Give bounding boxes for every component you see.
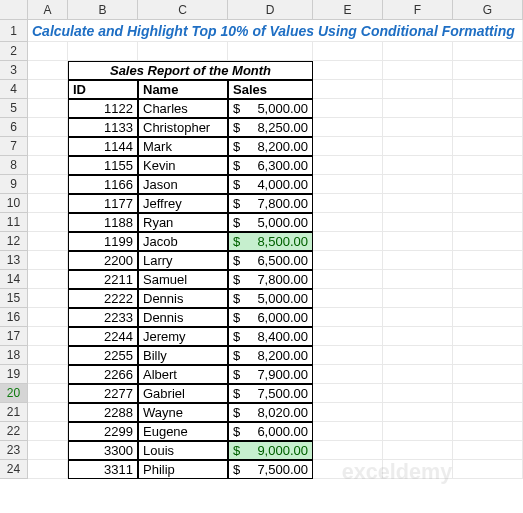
cell[interactable] — [313, 99, 383, 118]
cell[interactable] — [383, 232, 453, 251]
cell-id[interactable]: 1199 — [68, 232, 138, 251]
cell-name[interactable]: Larry — [138, 251, 228, 270]
cell[interactable] — [68, 42, 138, 61]
row-header-13[interactable]: 13 — [0, 251, 28, 270]
cell-sales[interactable]: $6,500.00 — [228, 251, 313, 270]
cell-name[interactable]: Wayne — [138, 403, 228, 422]
cell[interactable] — [383, 118, 453, 137]
cell[interactable] — [313, 118, 383, 137]
row-header-1[interactable]: 1 — [0, 20, 28, 42]
header-name[interactable]: Name — [138, 80, 228, 99]
cell[interactable] — [453, 403, 523, 422]
cell[interactable] — [28, 251, 68, 270]
cell[interactable] — [383, 365, 453, 384]
page-title[interactable]: Calculate and Highlight Top 10% of Value… — [28, 20, 523, 42]
cell-name[interactable]: Jason — [138, 175, 228, 194]
cell[interactable] — [383, 42, 453, 61]
cell[interactable] — [28, 460, 68, 479]
cell[interactable] — [383, 384, 453, 403]
cell-name[interactable]: Jacob — [138, 232, 228, 251]
row-header-6[interactable]: 6 — [0, 118, 28, 137]
cell[interactable] — [383, 422, 453, 441]
cell[interactable] — [313, 289, 383, 308]
col-header-F[interactable]: F — [383, 0, 453, 20]
cell-id[interactable]: 1166 — [68, 175, 138, 194]
cell[interactable] — [313, 156, 383, 175]
cell-name[interactable]: Albert — [138, 365, 228, 384]
cell[interactable] — [453, 327, 523, 346]
cell-sales[interactable]: $4,000.00 — [228, 175, 313, 194]
cell[interactable] — [28, 80, 68, 99]
cell[interactable] — [313, 384, 383, 403]
cell-name[interactable]: Samuel — [138, 270, 228, 289]
cell[interactable] — [28, 232, 68, 251]
cell[interactable] — [453, 365, 523, 384]
cell[interactable] — [28, 327, 68, 346]
cell-sales[interactable]: $8,400.00 — [228, 327, 313, 346]
cell-id[interactable]: 2222 — [68, 289, 138, 308]
row-header-15[interactable]: 15 — [0, 289, 28, 308]
cell[interactable] — [138, 42, 228, 61]
cell[interactable] — [453, 99, 523, 118]
cell[interactable] — [383, 403, 453, 422]
cell-sales[interactable]: $8,200.00 — [228, 137, 313, 156]
cell[interactable] — [28, 441, 68, 460]
cell[interactable] — [28, 365, 68, 384]
col-header-B[interactable]: B — [68, 0, 138, 20]
cell-name[interactable]: Dennis — [138, 308, 228, 327]
cell-name[interactable]: Charles — [138, 99, 228, 118]
cell[interactable] — [313, 213, 383, 232]
cell[interactable] — [313, 308, 383, 327]
col-header-C[interactable]: C — [138, 0, 228, 20]
cell-id[interactable]: 1133 — [68, 118, 138, 137]
cell[interactable] — [383, 270, 453, 289]
row-header-17[interactable]: 17 — [0, 327, 28, 346]
cell[interactable] — [383, 213, 453, 232]
cell[interactable] — [313, 403, 383, 422]
cell[interactable] — [383, 289, 453, 308]
cell[interactable] — [383, 441, 453, 460]
cell-id[interactable]: 2244 — [68, 327, 138, 346]
row-header-16[interactable]: 16 — [0, 308, 28, 327]
cell[interactable] — [28, 308, 68, 327]
cell[interactable] — [453, 384, 523, 403]
cell[interactable] — [453, 460, 523, 479]
cell[interactable] — [28, 61, 68, 80]
cell[interactable] — [28, 213, 68, 232]
cell-name[interactable]: Gabriel — [138, 384, 228, 403]
col-header-A[interactable]: A — [28, 0, 68, 20]
col-header-G[interactable]: G — [453, 0, 523, 20]
cell[interactable] — [383, 327, 453, 346]
cell[interactable] — [453, 232, 523, 251]
row-header-21[interactable]: 21 — [0, 403, 28, 422]
cell-name[interactable]: Christopher — [138, 118, 228, 137]
cell-sales[interactable]: $5,000.00 — [228, 213, 313, 232]
cell-id[interactable]: 2277 — [68, 384, 138, 403]
cell-name[interactable]: Eugene — [138, 422, 228, 441]
col-header-D[interactable]: D — [228, 0, 313, 20]
cell[interactable] — [453, 175, 523, 194]
cell-id[interactable]: 1177 — [68, 194, 138, 213]
cell[interactable] — [453, 251, 523, 270]
row-header-18[interactable]: 18 — [0, 346, 28, 365]
cell[interactable] — [28, 194, 68, 213]
cell[interactable] — [383, 194, 453, 213]
cell[interactable] — [28, 99, 68, 118]
cell[interactable] — [383, 156, 453, 175]
cell[interactable] — [383, 137, 453, 156]
cell-id[interactable]: 1122 — [68, 99, 138, 118]
cell-sales[interactable]: $7,900.00 — [228, 365, 313, 384]
cell-id[interactable]: 2200 — [68, 251, 138, 270]
cell[interactable] — [383, 61, 453, 80]
header-sales[interactable]: Sales — [228, 80, 313, 99]
cell[interactable] — [453, 61, 523, 80]
row-header-9[interactable]: 9 — [0, 175, 28, 194]
cell-sales[interactable]: $6,300.00 — [228, 156, 313, 175]
cell-id[interactable]: 3311 — [68, 460, 138, 479]
row-header-14[interactable]: 14 — [0, 270, 28, 289]
cell-sales[interactable]: $7,800.00 — [228, 270, 313, 289]
cell-id[interactable]: 2255 — [68, 346, 138, 365]
cell[interactable] — [453, 118, 523, 137]
cell[interactable] — [313, 42, 383, 61]
cell[interactable] — [313, 365, 383, 384]
